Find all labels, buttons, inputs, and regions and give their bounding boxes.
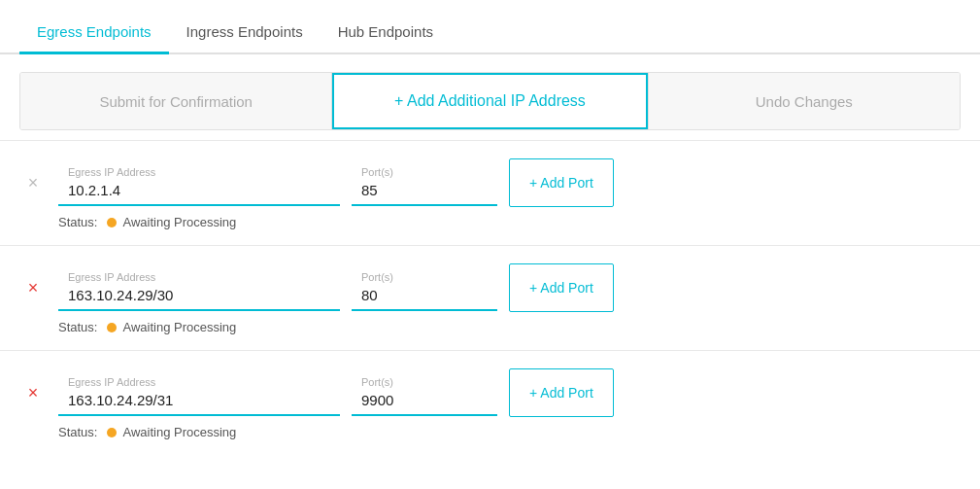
- status-text-3: Awaiting Processing: [122, 425, 236, 439]
- add-port-button-1[interactable]: + Add Port: [509, 158, 614, 207]
- status-text-2: Awaiting Processing: [122, 320, 236, 334]
- add-port-button-3[interactable]: + Add Port: [509, 368, 614, 417]
- status-label-1: Status:: [58, 215, 97, 229]
- undo-changes-button[interactable]: Undo Changes: [648, 73, 960, 129]
- status-row-2: Status: Awaiting Processing: [19, 320, 961, 340]
- port-input-3[interactable]: [352, 370, 497, 416]
- status-label-3: Status:: [58, 425, 97, 439]
- status-dot-2: [107, 323, 117, 332]
- tab-bar: Egress Endpoints Ingress Endpoints Hub E…: [0, 0, 980, 54]
- entry-section-1: × Egress IP Address Port(s) + Add Port S…: [0, 140, 980, 245]
- ip-input-2[interactable]: [58, 265, 340, 311]
- ip-input-3[interactable]: [58, 370, 340, 416]
- entry-section-3: × Egress IP Address Port(s) + Add Port S…: [0, 350, 980, 455]
- status-dot-1: [107, 218, 117, 227]
- submit-confirmation-button[interactable]: Submit for Confirmation: [20, 73, 332, 129]
- tab-egress-endpoints[interactable]: Egress Endpoints: [19, 16, 169, 54]
- remove-icon-2[interactable]: ×: [19, 278, 47, 298]
- ip-field-3: Egress IP Address: [58, 370, 340, 416]
- remove-icon-3[interactable]: ×: [19, 383, 47, 403]
- status-dot-3: [107, 428, 117, 437]
- status-text-1: Awaiting Processing: [122, 215, 236, 229]
- add-ip-address-button[interactable]: + Add Additional IP Address: [332, 73, 647, 129]
- action-toolbar: Submit for Confirmation + Add Additional…: [19, 72, 961, 130]
- port-input-1[interactable]: [352, 160, 497, 206]
- port-field-3: Port(s): [352, 370, 497, 416]
- entry-row-2: × Egress IP Address Port(s) + Add Port: [19, 263, 961, 312]
- status-label-2: Status:: [58, 320, 97, 334]
- add-port-button-2[interactable]: + Add Port: [509, 263, 614, 312]
- remove-icon-1[interactable]: ×: [19, 173, 47, 193]
- ip-input-1[interactable]: [58, 160, 340, 206]
- tab-hub-endpoints[interactable]: Hub Endpoints: [321, 16, 451, 54]
- status-row-1: Status: Awaiting Processing: [19, 215, 961, 235]
- ip-field-2: Egress IP Address: [58, 265, 340, 311]
- entry-section-2: × Egress IP Address Port(s) + Add Port S…: [0, 245, 980, 350]
- tab-ingress-endpoints[interactable]: Ingress Endpoints: [169, 16, 321, 54]
- port-input-2[interactable]: [352, 265, 497, 311]
- port-field-2: Port(s): [352, 265, 497, 311]
- entry-row-1: × Egress IP Address Port(s) + Add Port: [19, 158, 961, 207]
- ip-field-1: Egress IP Address: [58, 160, 340, 206]
- status-row-3: Status: Awaiting Processing: [19, 425, 961, 445]
- port-field-1: Port(s): [352, 160, 497, 206]
- entry-row-3: × Egress IP Address Port(s) + Add Port: [19, 368, 961, 417]
